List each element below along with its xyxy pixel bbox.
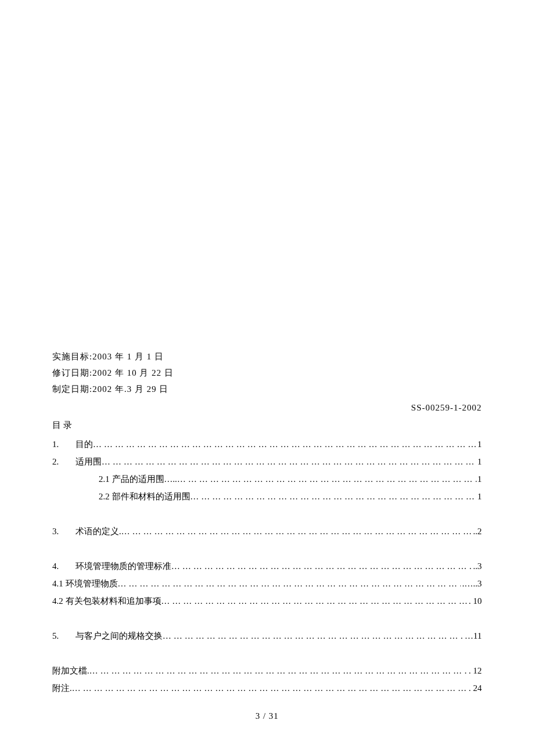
toc-page: . 24 bbox=[468, 679, 482, 697]
document-id: SS-00259-1-2002 bbox=[52, 403, 482, 413]
toc-page: ..3 bbox=[472, 557, 482, 575]
toc-row: 附加文檔.. 12 bbox=[52, 662, 482, 679]
toc-label: 4.2 有关包装材料和追加事项 bbox=[52, 592, 161, 610]
toc-page: 1 bbox=[477, 435, 482, 453]
toc-row: 1.目的1 bbox=[52, 435, 482, 453]
toc-label: 附注. bbox=[52, 679, 72, 697]
toc-leader bbox=[161, 592, 468, 610]
toc-label: 术语的定义. bbox=[75, 523, 121, 540]
toc-gap bbox=[52, 505, 482, 523]
toc-page: ..2 bbox=[472, 523, 482, 540]
toc-heading: 目录 bbox=[52, 420, 482, 431]
toc-label: 附加文檔. bbox=[52, 662, 89, 679]
date-block: 实施目标:2003 年 1 月 1 日 修订日期:2002 年 10 月 22 … bbox=[52, 348, 482, 397]
toc-leader bbox=[177, 470, 477, 488]
table-of-contents: 1.目的12.适用围12.1 产品的适用围…..12.2 部件和材料的适用围13… bbox=[52, 435, 482, 697]
toc-label: 4.1 环境管理物质 bbox=[52, 575, 118, 592]
toc-label: 2.2 部件和材料的适用围 bbox=[99, 488, 190, 505]
toc-row: 2.适用围1 bbox=[52, 453, 482, 470]
date-established: 制定日期:2002 年.3 月 29 日 bbox=[52, 381, 482, 397]
toc-page: 1 bbox=[477, 470, 482, 488]
toc-page: 1 bbox=[477, 453, 482, 470]
toc-gap bbox=[52, 610, 482, 627]
toc-leader bbox=[102, 453, 477, 470]
toc-leader bbox=[72, 679, 468, 697]
page-footer: 3 / 31 bbox=[0, 711, 534, 721]
toc-leader bbox=[93, 435, 477, 453]
toc-label: 2.1 产品的适用围….. bbox=[99, 470, 177, 488]
toc-row: 4.2 有关包装材料和追加事项. 10 bbox=[52, 592, 482, 610]
toc-row: 4.环境管理物质的管理标准..3 bbox=[52, 557, 482, 575]
date-revision: 修订日期:2002 年 10 月 22 日 bbox=[52, 365, 482, 381]
toc-page: 1 bbox=[477, 488, 482, 505]
toc-page: . 12 bbox=[468, 662, 482, 679]
toc-number: 3. bbox=[52, 523, 75, 540]
toc-label: 目的 bbox=[75, 435, 93, 453]
toc-leader bbox=[118, 575, 461, 592]
toc-leader bbox=[190, 488, 477, 505]
toc-number: 2. bbox=[52, 453, 75, 470]
toc-leader bbox=[163, 627, 464, 645]
toc-label: 与客户之间的规格交换 bbox=[75, 627, 163, 645]
toc-number: 1. bbox=[52, 435, 75, 453]
toc-gap bbox=[52, 540, 482, 557]
toc-leader bbox=[171, 557, 472, 575]
date-implementation: 实施目标:2003 年 1 月 1 日 bbox=[52, 348, 482, 365]
toc-page: …11 bbox=[464, 627, 482, 645]
toc-row: 4.1 环境管理物质.…..3 bbox=[52, 575, 482, 592]
toc-leader bbox=[121, 523, 472, 540]
toc-number: 4. bbox=[52, 557, 75, 575]
toc-page: .…..3 bbox=[461, 575, 482, 592]
toc-row: 5.与客户之间的规格交换…11 bbox=[52, 627, 482, 645]
toc-label: 环境管理物质的管理标准 bbox=[75, 557, 171, 575]
toc-page: . 10 bbox=[468, 592, 482, 610]
toc-row: 2.2 部件和材料的适用围1 bbox=[52, 488, 482, 505]
toc-row: 2.1 产品的适用围…..1 bbox=[52, 470, 482, 488]
toc-label: 适用围 bbox=[75, 453, 102, 470]
toc-number: 5. bbox=[52, 627, 75, 645]
toc-row: 3.术语的定义...2 bbox=[52, 523, 482, 540]
toc-leader bbox=[89, 662, 468, 679]
toc-row: 附注.. 24 bbox=[52, 679, 482, 697]
toc-gap bbox=[52, 645, 482, 662]
